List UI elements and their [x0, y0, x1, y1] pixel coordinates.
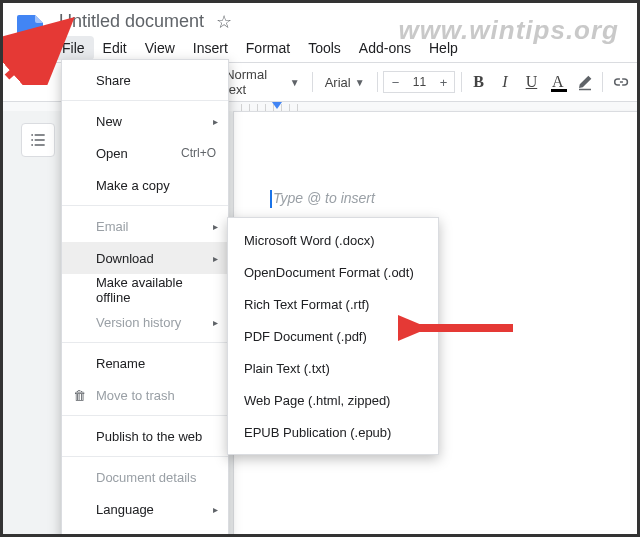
- download-rtf[interactable]: Rich Text Format (.rtf): [228, 288, 438, 320]
- file-menu-publish[interactable]: Publish to the web: [62, 420, 228, 452]
- indent-marker-icon[interactable]: [272, 102, 282, 109]
- separator: [461, 72, 462, 92]
- download-submenu: Microsoft Word (.docx) OpenDocument Form…: [227, 217, 439, 455]
- download-txt[interactable]: Plain Text (.txt): [228, 352, 438, 384]
- menubar: File Edit View Insert Format Tools Add-o…: [53, 36, 467, 60]
- file-menu-share-label: Share: [96, 73, 131, 88]
- svg-rect-1: [24, 38, 38, 40]
- chevron-right-icon: ▸: [213, 504, 218, 515]
- file-menu-email-label: Email: [96, 219, 129, 234]
- file-menu-open[interactable]: Open Ctrl+O: [62, 137, 228, 169]
- highlight-color-button[interactable]: [574, 70, 596, 94]
- menu-format[interactable]: Format: [237, 36, 299, 60]
- download-epub[interactable]: EPUB Publication (.epub): [228, 416, 438, 448]
- file-menu-move-trash: 🗑 Move to trash: [62, 379, 228, 411]
- file-menu-make-offline[interactable]: Make available offline: [62, 274, 228, 306]
- separator: [62, 205, 228, 206]
- chevron-right-icon: ▸: [213, 317, 218, 328]
- separator: [312, 72, 313, 92]
- file-menu-download[interactable]: Download ▸: [62, 242, 228, 274]
- show-outline-button[interactable]: [21, 123, 55, 157]
- document-title[interactable]: Untitled document: [53, 9, 210, 34]
- star-icon[interactable]: ☆: [216, 11, 232, 33]
- file-menu-language[interactable]: Language ▸: [62, 493, 228, 525]
- mention-placeholder: Type @ to insert: [273, 190, 375, 206]
- bold-button[interactable]: B: [468, 73, 488, 91]
- font-family-value: Arial: [325, 75, 351, 90]
- menu-edit[interactable]: Edit: [94, 36, 136, 60]
- chevron-right-icon: ▸: [213, 253, 218, 264]
- file-menu-page-setup[interactable]: Page setup: [62, 525, 228, 537]
- chevron-down-icon: ▼: [290, 77, 300, 88]
- file-menu-open-label: Open: [96, 146, 128, 161]
- separator: [62, 456, 228, 457]
- font-size-value[interactable]: 11: [406, 75, 432, 89]
- trash-icon: 🗑: [70, 388, 88, 403]
- file-menu-new[interactable]: New ▸: [62, 105, 228, 137]
- file-menu-open-shortcut: Ctrl+O: [181, 146, 216, 160]
- italic-button[interactable]: I: [495, 73, 515, 91]
- menu-view[interactable]: View: [136, 36, 184, 60]
- header: Untitled document ☆ File Edit View Inser…: [3, 3, 637, 60]
- download-pdf[interactable]: PDF Document (.pdf): [228, 320, 438, 352]
- chevron-right-icon: ▸: [213, 221, 218, 232]
- file-menu-page-setup-label: Page setup: [96, 534, 162, 538]
- separator: [62, 415, 228, 416]
- download-docx[interactable]: Microsoft Word (.docx): [228, 224, 438, 256]
- text-color-button[interactable]: A: [548, 73, 568, 91]
- decrease-font-size-button[interactable]: −: [384, 75, 406, 90]
- svg-rect-0: [24, 33, 38, 35]
- underline-button[interactable]: U: [521, 73, 541, 91]
- menu-help[interactable]: Help: [420, 36, 467, 60]
- file-menu-rename[interactable]: Rename: [62, 347, 228, 379]
- menu-file[interactable]: File: [53, 36, 94, 60]
- file-menu-make-copy[interactable]: Make a copy: [62, 169, 228, 201]
- download-odt[interactable]: OpenDocument Format (.odt): [228, 256, 438, 288]
- svg-rect-2: [24, 43, 33, 45]
- file-menu-version-history-label: Version history: [96, 315, 181, 330]
- insert-link-button[interactable]: [609, 70, 631, 94]
- file-menu-new-label: New: [96, 114, 122, 129]
- file-menu-rename-label: Rename: [96, 356, 145, 371]
- file-menu-make-offline-label: Make available offline: [96, 275, 216, 305]
- increase-font-size-button[interactable]: +: [432, 75, 454, 90]
- font-family-dropdown[interactable]: Arial ▼: [319, 75, 371, 90]
- menu-tools[interactable]: Tools: [299, 36, 350, 60]
- file-menu-make-copy-label: Make a copy: [96, 178, 170, 193]
- separator: [62, 100, 228, 101]
- file-menu-share[interactable]: Share: [62, 64, 228, 96]
- file-menu-dropdown: Share New ▸ Open Ctrl+O Make a copy Emai…: [61, 59, 229, 537]
- menu-insert[interactable]: Insert: [184, 36, 237, 60]
- file-menu-download-label: Download: [96, 251, 154, 266]
- file-menu-language-label: Language: [96, 502, 154, 517]
- separator: [602, 72, 603, 92]
- file-menu-doc-details-label: Document details: [96, 470, 196, 485]
- menu-addons[interactable]: Add-ons: [350, 36, 420, 60]
- file-menu-version-history: Version history ▸: [62, 306, 228, 338]
- font-size-stepper[interactable]: − 11 +: [383, 71, 455, 93]
- file-menu-move-trash-label: Move to trash: [96, 388, 175, 403]
- chevron-right-icon: ▸: [213, 116, 218, 127]
- file-menu-doc-details: Document details: [62, 461, 228, 493]
- file-menu-email: Email ▸: [62, 210, 228, 242]
- download-html[interactable]: Web Page (.html, zipped): [228, 384, 438, 416]
- file-menu-publish-label: Publish to the web: [96, 429, 202, 444]
- separator: [377, 72, 378, 92]
- chevron-down-icon: ▼: [355, 77, 365, 88]
- docs-logo-icon[interactable]: [13, 9, 49, 57]
- separator: [62, 342, 228, 343]
- paragraph-styles-dropdown[interactable]: Normal text ▼: [219, 67, 306, 97]
- paragraph-styles-value: Normal text: [225, 67, 286, 97]
